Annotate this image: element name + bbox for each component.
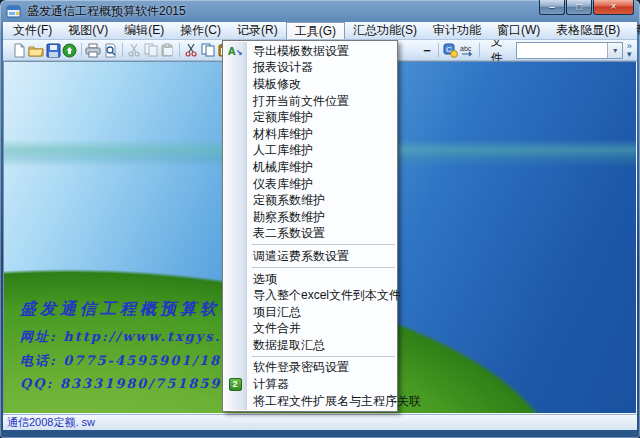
- menubar: 文件(F) 视图(V) 编辑(E) 操作(C) 记录(R) 工具(G) 汇总功能…: [3, 22, 637, 40]
- menu-item-machine-library[interactable]: 机械库维护: [223, 159, 397, 176]
- print-button[interactable]: [85, 41, 102, 59]
- menu-item-report-designer[interactable]: 报表设计器: [223, 60, 397, 77]
- menu-separator: [252, 267, 395, 268]
- open-folder-icon: [28, 43, 44, 58]
- menu-item-data-extract-summary[interactable]: 数据提取汇总: [223, 337, 397, 354]
- menu-item-associate-extension[interactable]: 将工程文件扩展名与主程序关联: [223, 393, 397, 410]
- menu-operate[interactable]: 操作(C): [172, 22, 229, 39]
- toolbar-overflow-button[interactable]: » ▾: [623, 41, 635, 59]
- calculator-icon: 2: [227, 377, 243, 391]
- menu-summary[interactable]: 汇总功能(S): [345, 22, 425, 39]
- menu-file[interactable]: 文件(F): [5, 22, 60, 39]
- printer-icon: [85, 43, 101, 58]
- combobox-arrow-icon[interactable]: ▼: [607, 43, 622, 58]
- menu-item-open-file-location[interactable]: 打开当前文件位置: [223, 93, 397, 110]
- cut-button[interactable]: [182, 41, 199, 59]
- recalculate-icon: C: [443, 43, 458, 58]
- paste-icon: [160, 43, 174, 57]
- save-button[interactable]: [45, 41, 62, 59]
- collapse-button[interactable]: −: [419, 41, 436, 59]
- menu-help[interactable]: 帮助(H): [628, 22, 640, 39]
- green-export-icon: [62, 43, 77, 58]
- export-template-icon: A↘: [227, 44, 243, 58]
- menu-audit[interactable]: 审计功能: [425, 22, 489, 39]
- minimize-button[interactable]: –: [539, 0, 565, 15]
- toolbar-separator: [479, 43, 480, 57]
- file-combobox[interactable]: ▼: [516, 42, 624, 59]
- menu-table-visibility[interactable]: 表格隐显(B): [548, 22, 628, 39]
- menu-item-quota-coefficient[interactable]: 定额系数维护: [223, 192, 397, 209]
- open-file-button[interactable]: [28, 41, 45, 59]
- menu-item-template-modify[interactable]: 模板修改: [223, 76, 397, 93]
- menu-separator: [252, 356, 395, 357]
- cut-icon: [127, 43, 141, 57]
- app-window: 盛发通信工程概预算软件2015 – □ × 文件(F) 视图(V) 编辑(E) …: [0, 0, 640, 438]
- menu-separator: [252, 244, 395, 245]
- tools-dropdown-menu: A↘ 导出模板数据设置 报表设计器 模板修改 打开当前文件位置 定额库维护 材料…: [222, 40, 398, 412]
- menu-item-instrument-library[interactable]: 仪表库维护: [223, 176, 397, 193]
- caption-buttons: – □ ×: [538, 0, 634, 15]
- menu-item-dispatch-freight-coefficient[interactable]: 调遣运费系数设置: [223, 248, 397, 265]
- menu-record[interactable]: 记录(R): [229, 22, 286, 39]
- menu-view[interactable]: 视图(V): [60, 22, 116, 39]
- toolbar-separator: [438, 43, 439, 57]
- recalculate-button[interactable]: C: [442, 41, 459, 59]
- menu-item-quota-library[interactable]: 定额库维护: [223, 109, 397, 126]
- menu-item-project-summary[interactable]: 项目汇总: [223, 304, 397, 321]
- toolbar-separator: [122, 43, 123, 57]
- abc-check-button[interactable]: abc: [459, 41, 476, 59]
- copy-icon: [144, 43, 158, 57]
- menu-item-labor-library[interactable]: 人工库维护: [223, 143, 397, 160]
- statusbar-file-name: 通信2008定额. sw: [7, 415, 95, 430]
- copy-button-disabled: [142, 41, 159, 59]
- menu-item-import-excel[interactable]: 导入整个excel文件到本文件: [223, 287, 397, 304]
- close-button[interactable]: ×: [593, 0, 634, 15]
- cut-icon: [184, 43, 198, 57]
- menu-tools[interactable]: 工具(G): [286, 22, 345, 39]
- cut-button-disabled: [125, 41, 142, 59]
- menu-item-login-password[interactable]: 软件登录密码设置: [223, 360, 397, 377]
- menu-item-survey-coefficient[interactable]: 勘察系数维护: [223, 209, 397, 226]
- copy-icon: [201, 43, 215, 57]
- print-preview-icon: [103, 43, 118, 58]
- menu-item-export-template-settings[interactable]: A↘ 导出模板数据设置: [223, 43, 397, 60]
- window-title: 盛发通信工程概预算软件2015: [27, 3, 186, 20]
- print-preview-button[interactable]: [102, 41, 119, 59]
- menu-item-calculator[interactable]: 2 计算器: [223, 376, 397, 393]
- export-button[interactable]: [61, 41, 78, 59]
- maximize-button[interactable]: □: [566, 0, 592, 15]
- menu-item-material-library[interactable]: 材料库维护: [223, 126, 397, 143]
- svg-text:abc: abc: [460, 45, 472, 52]
- toolbar-separator: [179, 43, 180, 57]
- menu-item-file-merge[interactable]: 文件合并: [223, 321, 397, 338]
- titlebar[interactable]: 盛发通信工程概预算软件2015 – □ ×: [0, 0, 640, 22]
- statusbar: 通信2008定额. sw: [3, 414, 637, 430]
- menu-item-options[interactable]: 选项: [223, 271, 397, 288]
- menu-window[interactable]: 窗口(W): [489, 22, 548, 39]
- menu-item-table2-coefficient[interactable]: 表二系数设置: [223, 226, 397, 243]
- toolbar-separator: [81, 43, 82, 57]
- paste-button-disabled: [159, 41, 176, 59]
- save-icon: [46, 43, 61, 58]
- copy-button[interactable]: [199, 41, 216, 59]
- new-file-button[interactable]: [11, 41, 28, 59]
- abc-check-icon: abc: [459, 43, 475, 58]
- new-document-icon: [12, 43, 27, 58]
- menu-edit[interactable]: 编辑(E): [116, 22, 172, 39]
- app-icon: [6, 3, 22, 19]
- chevron-down-icon: ▾: [627, 50, 632, 58]
